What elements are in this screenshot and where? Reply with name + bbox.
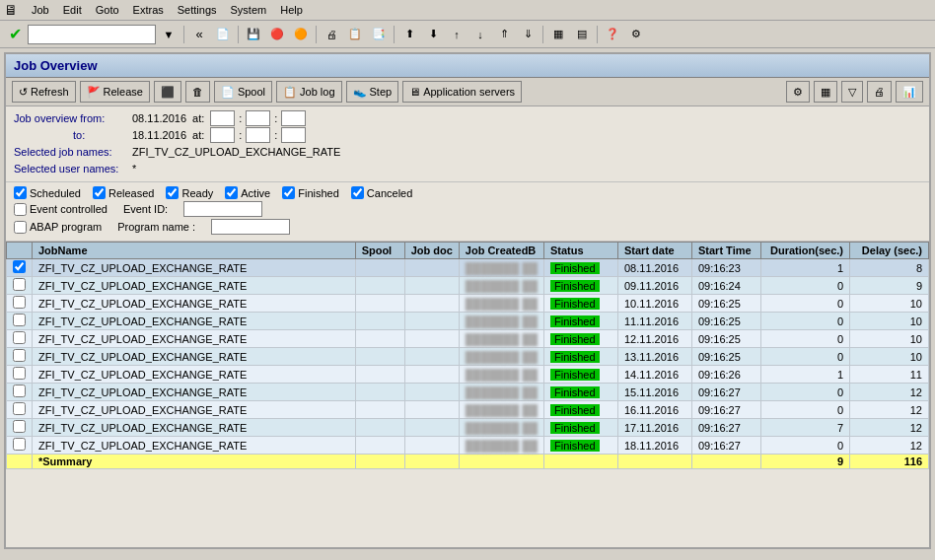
table-row[interactable]: ZFI_TV_CZ_UPLOAD_EXCHANGE_RATE███████ ██…: [7, 259, 929, 277]
table-row[interactable]: ZFI_TV_CZ_UPLOAD_EXCHANGE_RATE███████ ██…: [7, 366, 929, 384]
row-select-cell[interactable]: [7, 366, 33, 384]
row-checkbox-7[interactable]: [13, 385, 26, 397]
download-btn[interactable]: ⬇: [422, 24, 444, 45]
joblog-button[interactable]: 📋 Job log: [276, 81, 341, 103]
menu-extras[interactable]: Extras: [127, 2, 170, 18]
save-btn[interactable]: 💾: [243, 24, 264, 45]
row-checkbox-4[interactable]: [13, 331, 26, 344]
released-checkbox[interactable]: [93, 186, 106, 199]
row-checkbox-1[interactable]: [13, 278, 26, 291]
table-icon-btn[interactable]: ▦: [814, 81, 837, 103]
cb-abap-program[interactable]: ABAP program: [14, 221, 102, 234]
spool-button[interactable]: 📄 Spool: [214, 81, 272, 103]
ready-checkbox[interactable]: [166, 186, 179, 199]
menu-help[interactable]: Help: [274, 2, 309, 18]
upload3-btn[interactable]: ⇑: [493, 24, 515, 45]
grid2-btn[interactable]: ▤: [571, 24, 593, 45]
row-select-cell[interactable]: [7, 419, 33, 437]
from-min-input[interactable]: [246, 110, 270, 126]
row-select-cell[interactable]: [7, 330, 33, 348]
export-btn[interactable]: 📊: [896, 81, 923, 103]
table-row[interactable]: ZFI_TV_CZ_UPLOAD_EXCHANGE_RATE███████ ██…: [7, 313, 929, 330]
row-select-cell[interactable]: [7, 313, 33, 330]
cb-released[interactable]: Released: [93, 186, 154, 199]
red-orange-btn[interactable]: 🔴: [266, 24, 288, 45]
row-select-cell[interactable]: [7, 401, 33, 419]
delete-button[interactable]: 🗑: [185, 81, 210, 103]
cb-canceled[interactable]: Canceled: [351, 186, 412, 199]
stop-button[interactable]: ⬛: [154, 81, 181, 103]
cb-scheduled[interactable]: Scheduled: [14, 186, 81, 199]
refresh-button[interactable]: ↺ Refresh: [12, 81, 76, 103]
event-id-input[interactable]: [183, 201, 262, 217]
cb-ready[interactable]: Ready: [166, 186, 213, 199]
spool2-btn[interactable]: 📑: [368, 24, 390, 45]
row-checkbox-6[interactable]: [13, 367, 26, 380]
menu-settings[interactable]: Settings: [172, 2, 223, 18]
back-btn[interactable]: «: [188, 24, 210, 45]
row-checkbox-8[interactable]: [13, 402, 26, 415]
menu-system[interactable]: System: [225, 2, 273, 18]
spool1-btn[interactable]: 📋: [344, 24, 366, 45]
settings-btn[interactable]: ⚙: [625, 24, 647, 45]
row-select-cell[interactable]: [7, 259, 33, 277]
table-row[interactable]: ZFI_TV_CZ_UPLOAD_EXCHANGE_RATE███████ ██…: [7, 384, 929, 401]
canceled-checkbox[interactable]: [351, 186, 364, 199]
scheduled-checkbox[interactable]: [14, 186, 27, 199]
table-row[interactable]: ZFI_TV_CZ_UPLOAD_EXCHANGE_RATE███████ ██…: [7, 330, 929, 348]
appservers-button[interactable]: 🖥 Application servers: [402, 81, 522, 103]
menu-goto[interactable]: Goto: [90, 2, 125, 18]
row-checkbox-10[interactable]: [13, 438, 26, 451]
menu-edit[interactable]: Edit: [57, 2, 88, 18]
row-checkbox-9[interactable]: [13, 420, 26, 433]
row-checkbox-3[interactable]: [13, 314, 26, 326]
grid1-btn[interactable]: ▦: [547, 24, 569, 45]
start-date-cell: 11.11.2016: [618, 313, 692, 330]
row-checkbox-5[interactable]: [13, 349, 26, 362]
filter-icon-btn[interactable]: ⚙: [786, 81, 810, 103]
print-btn[interactable]: 🖨: [321, 24, 342, 45]
funnel-icon-btn[interactable]: ▽: [841, 81, 863, 103]
table-row[interactable]: ZFI_TV_CZ_UPLOAD_EXCHANGE_RATE███████ ██…: [7, 401, 929, 419]
upload2-btn[interactable]: ↑: [446, 24, 468, 45]
event-controlled-checkbox[interactable]: [14, 203, 27, 216]
row-checkbox-2[interactable]: [13, 296, 26, 309]
table-row[interactable]: ZFI_TV_CZ_UPLOAD_EXCHANGE_RATE███████ ██…: [7, 419, 929, 437]
step-button[interactable]: 👟 Step: [346, 81, 399, 103]
release-button[interactable]: 🚩 Release: [80, 81, 150, 103]
row-select-cell[interactable]: [7, 348, 33, 366]
row-select-cell[interactable]: [7, 277, 33, 295]
abap-program-checkbox[interactable]: [14, 221, 27, 234]
table-row[interactable]: ZFI_TV_CZ_UPLOAD_EXCHANGE_RATE███████ ██…: [7, 437, 929, 455]
upload-btn[interactable]: ⬆: [398, 24, 420, 45]
cb-finished[interactable]: Finished: [282, 186, 339, 199]
to-hour-input[interactable]: [210, 127, 235, 143]
download3-btn[interactable]: ⇓: [517, 24, 539, 45]
row-checkbox-0[interactable]: [13, 260, 26, 273]
to-sec-input[interactable]: [281, 127, 306, 143]
row-select-cell[interactable]: [7, 384, 33, 401]
cb-event-controlled[interactable]: Event controlled: [14, 203, 108, 216]
table-row[interactable]: ZFI_TV_CZ_UPLOAD_EXCHANGE_RATE███████ ██…: [7, 348, 929, 366]
help-btn[interactable]: ❓: [602, 24, 623, 45]
green-check-btn[interactable]: ✔: [4, 24, 26, 45]
summary-cell-6: [618, 455, 692, 469]
active-checkbox[interactable]: [225, 186, 238, 199]
from-hour-input[interactable]: [210, 110, 235, 126]
menu-job[interactable]: Job: [26, 2, 55, 18]
nav-dropdown[interactable]: ▼: [158, 24, 180, 45]
table-row[interactable]: ZFI_TV_CZ_UPLOAD_EXCHANGE_RATE███████ ██…: [7, 277, 929, 295]
download2-btn[interactable]: ↓: [469, 24, 491, 45]
table-row[interactable]: ZFI_TV_CZ_UPLOAD_EXCHANGE_RATE███████ ██…: [7, 295, 929, 313]
print2-btn[interactable]: 🖨: [867, 81, 892, 103]
program-name-input[interactable]: [211, 219, 290, 235]
nav-input[interactable]: [28, 25, 156, 44]
from-sec-input[interactable]: [281, 110, 306, 126]
row-select-cell[interactable]: [7, 437, 33, 455]
cb-active[interactable]: Active: [225, 186, 270, 199]
orange-btn[interactable]: 🟠: [290, 24, 312, 45]
finished-checkbox[interactable]: [282, 186, 295, 199]
check-doc-btn[interactable]: 📄: [212, 24, 234, 45]
row-select-cell[interactable]: [7, 295, 33, 313]
to-min-input[interactable]: [246, 127, 270, 143]
